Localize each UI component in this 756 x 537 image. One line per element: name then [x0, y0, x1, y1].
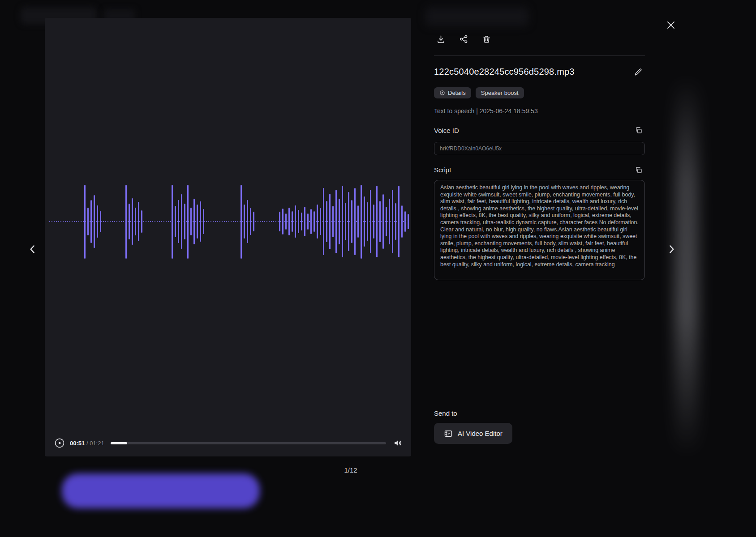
copy-icon: [635, 126, 643, 134]
details-badge-label: Details: [448, 90, 466, 96]
file-actions: [436, 34, 491, 44]
pagination-indicator: 1/12: [333, 466, 369, 474]
send-to-label: Send to: [434, 409, 457, 417]
close-icon: [666, 20, 676, 30]
script-label: Script: [434, 166, 451, 174]
rename-button[interactable]: [633, 67, 643, 77]
play-button[interactable]: [54, 437, 65, 449]
download-icon: [436, 34, 446, 44]
film-icon: [444, 429, 453, 438]
share-button[interactable]: [459, 34, 468, 44]
speaker-boost-badge: Speaker boost: [476, 87, 524, 98]
close-button[interactable]: [665, 19, 677, 31]
copy-icon: [635, 166, 643, 174]
volume-icon: [393, 438, 403, 448]
file-name: 122c5040e28245cc956d5298.mp3: [434, 67, 627, 77]
chevron-left-icon: [27, 243, 39, 256]
progress-fill: [111, 442, 127, 444]
voice-id-input[interactable]: [434, 142, 645, 155]
speaker-boost-label: Speaker boost: [481, 90, 519, 96]
next-button[interactable]: [665, 242, 678, 257]
chevron-right-icon: [666, 243, 677, 256]
details-icon: [439, 90, 445, 96]
time-display: 00:51 / 01:21: [70, 440, 104, 447]
pencil-icon: [634, 68, 643, 77]
audio-player-bar: 00:51 / 01:21: [54, 437, 403, 449]
copy-voice-id-button[interactable]: [633, 125, 644, 136]
ai-video-editor-button[interactable]: AI Video Editor: [434, 423, 512, 444]
volume-button[interactable]: [392, 438, 403, 448]
delete-button[interactable]: [481, 34, 491, 44]
waveform: [45, 18, 411, 456]
prev-button[interactable]: [26, 242, 39, 257]
voice-id-label: Voice ID: [434, 127, 459, 134]
blurred-purple-button: [62, 473, 260, 508]
divider: [434, 55, 645, 56]
audio-preview-panel: 00:51 / 01:21: [45, 18, 411, 456]
blurred-background-glow: [674, 76, 699, 456]
ai-video-editor-label: AI Video Editor: [458, 430, 503, 437]
progress-bar[interactable]: [111, 442, 386, 444]
file-meta: Text to speech | 2025-06-24 18:59:53: [434, 107, 538, 115]
badge-row: Details Speaker boost: [434, 87, 524, 98]
total-duration: 01:21: [90, 440, 104, 447]
details-badge[interactable]: Details: [434, 87, 471, 98]
play-icon: [54, 438, 65, 448]
current-time: 00:51: [70, 440, 85, 447]
trash-icon: [482, 34, 491, 44]
share-icon: [459, 34, 468, 44]
script-textarea[interactable]: Asian aesthetic beautiful girl lying in …: [434, 180, 645, 280]
copy-script-button[interactable]: [633, 165, 644, 175]
details-panel: 122c5040e28245cc956d5298.mp3 Details Spe…: [434, 0, 645, 537]
download-button[interactable]: [436, 34, 446, 44]
